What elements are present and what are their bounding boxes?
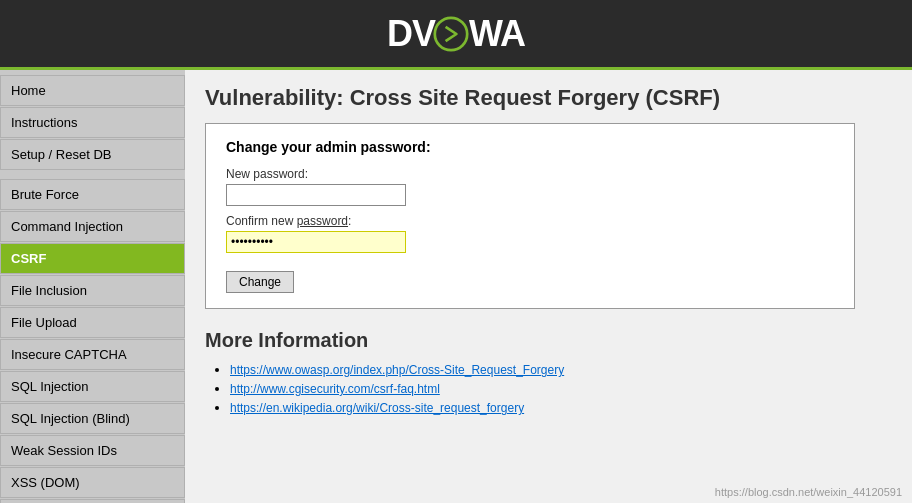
sidebar-separator bbox=[0, 171, 185, 179]
more-info-link-2[interactable]: http://www.cgisecurity.com/csrf-faq.html bbox=[230, 382, 440, 396]
new-password-input[interactable] bbox=[226, 184, 406, 206]
more-info-title: More Information bbox=[205, 329, 892, 352]
new-password-group: New password: bbox=[226, 167, 834, 206]
list-item: https://en.wikipedia.org/wiki/Cross-site… bbox=[230, 400, 892, 415]
sidebar-item-xss-dom[interactable]: XSS (DOM) bbox=[0, 467, 185, 498]
sidebar: Home Instructions Setup / Reset DB Brute… bbox=[0, 70, 185, 503]
sidebar-item-xss-reflected[interactable]: XSS (Reflected) bbox=[0, 499, 185, 503]
page-title: Vulnerability: Cross Site Request Forger… bbox=[205, 85, 892, 111]
more-info-list: https://www.owasp.org/index.php/Cross-Si… bbox=[205, 362, 892, 415]
svg-point-0 bbox=[435, 17, 467, 49]
logo-arrow-icon bbox=[433, 16, 469, 52]
sidebar-item-file-inclusion[interactable]: File Inclusion bbox=[0, 275, 185, 306]
sidebar-item-setup-reset-db[interactable]: Setup / Reset DB bbox=[0, 139, 185, 170]
logo-text-wa: WA bbox=[469, 13, 525, 55]
list-item: http://www.cgisecurity.com/csrf-faq.html bbox=[230, 381, 892, 396]
sidebar-item-brute-force[interactable]: Brute Force bbox=[0, 179, 185, 210]
sidebar-item-command-injection[interactable]: Command Injection bbox=[0, 211, 185, 242]
password-change-form-box: Change your admin password: New password… bbox=[205, 123, 855, 309]
content-area: Vulnerability: Cross Site Request Forger… bbox=[185, 70, 912, 503]
sidebar-item-weak-session-ids[interactable]: Weak Session IDs bbox=[0, 435, 185, 466]
sidebar-item-sql-injection[interactable]: SQL Injection bbox=[0, 371, 185, 402]
form-box-title: Change your admin password: bbox=[226, 139, 834, 155]
confirm-password-group: Confirm new password: bbox=[226, 214, 834, 253]
sidebar-item-file-upload[interactable]: File Upload bbox=[0, 307, 185, 338]
more-info-link-3[interactable]: https://en.wikipedia.org/wiki/Cross-site… bbox=[230, 401, 524, 415]
header: DV WA bbox=[0, 0, 912, 70]
sidebar-item-home[interactable]: Home bbox=[0, 75, 185, 106]
sidebar-item-instructions[interactable]: Instructions bbox=[0, 107, 185, 138]
watermark: https://blog.csdn.net/weixin_44120591 bbox=[715, 486, 902, 498]
change-button[interactable]: Change bbox=[226, 271, 294, 293]
confirm-password-input[interactable] bbox=[226, 231, 406, 253]
list-item: https://www.owasp.org/index.php/Cross-Si… bbox=[230, 362, 892, 377]
more-info-link-1[interactable]: https://www.owasp.org/index.php/Cross-Si… bbox=[230, 363, 564, 377]
main-layout: Home Instructions Setup / Reset DB Brute… bbox=[0, 70, 912, 503]
confirm-password-label: Confirm new password: bbox=[226, 214, 834, 228]
logo-text: DV bbox=[387, 13, 435, 55]
sidebar-item-sql-injection-blind[interactable]: SQL Injection (Blind) bbox=[0, 403, 185, 434]
sidebar-item-insecure-captcha[interactable]: Insecure CAPTCHA bbox=[0, 339, 185, 370]
sidebar-item-csrf[interactable]: CSRF bbox=[0, 243, 185, 274]
new-password-label: New password: bbox=[226, 167, 834, 181]
